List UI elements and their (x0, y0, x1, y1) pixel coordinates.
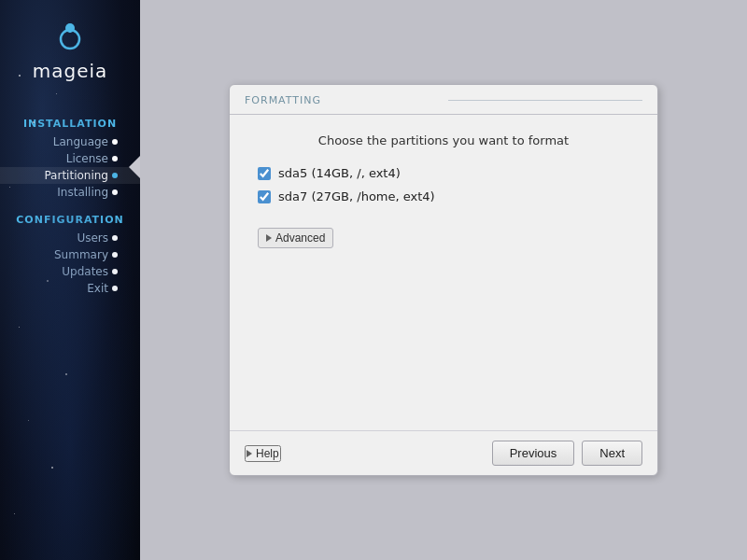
sidebar-item-exit[interactable]: Exit (0, 280, 140, 297)
help-arrow-icon (247, 450, 252, 457)
dialog-header: FORMATTING (230, 85, 657, 115)
advanced-button-label: Advanced (275, 231, 325, 245)
advanced-arrow-icon (266, 234, 272, 242)
sidebar-item-users-label: Users (77, 231, 108, 245)
previous-button[interactable]: Previous (492, 441, 575, 466)
logo-text: mageia (33, 60, 108, 82)
sidebar-item-installing-label: Installing (57, 186, 108, 199)
sidebar-active-arrow (129, 156, 140, 178)
dialog-header-line (448, 100, 642, 101)
sidebar-item-users[interactable]: Users (0, 230, 140, 246)
license-dot (112, 156, 118, 161)
partition-item-1: sda7 (27GB, /home, ext4) (248, 189, 639, 203)
help-button-label: Help (256, 447, 279, 460)
summary-dot (112, 252, 118, 258)
sidebar-item-summary[interactable]: Summary (0, 246, 140, 263)
sidebar-item-updates-label: Updates (62, 265, 108, 278)
dialog-prompt: Choose the partitions you want to format (248, 133, 639, 147)
sidebar-item-partitioning[interactable]: Partitioning (0, 167, 140, 184)
users-dot (112, 235, 118, 241)
partition-label-1: sda7 (27GB, /home, ext4) (278, 189, 435, 203)
installation-section-title: INSTALLATION (0, 118, 140, 130)
partition-checkbox-1[interactable] (258, 190, 271, 203)
sidebar-item-language[interactable]: Language (0, 133, 140, 150)
logo-area: mageia (33, 19, 108, 82)
updates-dot (112, 269, 118, 274)
sidebar-item-partitioning-label: Partitioning (44, 169, 108, 182)
partition-item-0: sda5 (14GB, /, ext4) (248, 166, 639, 180)
partition-checkbox-0[interactable] (258, 167, 271, 180)
dialog-footer: Help Previous Next (230, 430, 657, 475)
sidebar-item-license[interactable]: License (0, 150, 140, 167)
advanced-button[interactable]: Advanced (258, 228, 333, 248)
installing-dot (112, 189, 118, 195)
sidebar-item-summary-label: Summary (54, 248, 108, 261)
sidebar-item-language-label: Language (53, 135, 108, 148)
partition-label-0: sda5 (14GB, /, ext4) (278, 166, 401, 180)
formatting-dialog: FORMATTING Choose the partitions you wan… (229, 84, 658, 476)
next-button[interactable]: Next (582, 441, 642, 466)
partitioning-dot (112, 173, 118, 178)
sidebar-item-updates[interactable]: Updates (0, 263, 140, 280)
configuration-section-title: CONFIGURATION (0, 214, 140, 226)
mageia-logo-icon (51, 19, 89, 56)
main-content: FORMATTING Choose the partitions you wan… (140, 0, 747, 560)
language-dot (112, 139, 118, 145)
help-button[interactable]: Help (245, 445, 281, 462)
sidebar-item-license-label: License (66, 152, 108, 165)
sidebar-item-installing[interactable]: Installing (0, 184, 140, 201)
sidebar: mageia INSTALLATION Language License Par… (0, 0, 140, 560)
dialog-body: Choose the partitions you want to format… (230, 115, 657, 430)
exit-dot (112, 286, 118, 291)
dialog-title: FORMATTING (245, 94, 439, 106)
sidebar-item-exit-label: Exit (87, 282, 108, 295)
